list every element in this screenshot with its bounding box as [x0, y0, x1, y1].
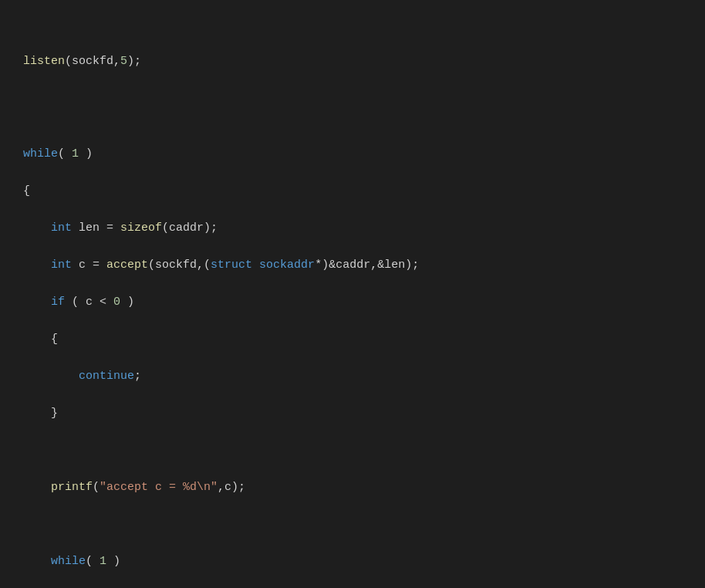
line-if-c: if ( c < 0 ) [23, 293, 682, 312]
line-printf1: printf("accept c = %d\n",c); [23, 478, 682, 497]
line-blank-2 [23, 441, 682, 460]
line-listen: listen(sockfd,5); [23, 52, 682, 71]
func-listen: listen [23, 55, 65, 68]
kw-while2: while [51, 555, 86, 568]
line-brace3: } [23, 404, 682, 423]
kw-if1: if [51, 296, 65, 309]
kw-while1: while [23, 147, 58, 161]
func-accept: accept [106, 259, 148, 272]
kw-int1: int [51, 221, 72, 235]
kw-int2: int [51, 259, 72, 272]
code-block: listen(sockfd,5); while( 1 ) { int len =… [23, 15, 682, 588]
line-continue: continue; [23, 367, 682, 386]
type-sockaddr: sockaddr [259, 259, 315, 272]
line-brace1: { [23, 182, 682, 201]
line-blank-3 [23, 515, 682, 534]
func-printf1: printf [51, 481, 93, 494]
str-accept: "accept c = %d\n" [100, 481, 218, 494]
line-brace2: { [23, 330, 682, 349]
line-int-len: int len = sizeof(caddr); [23, 219, 682, 238]
line-blank-1 [23, 108, 682, 127]
kw-struct: struct [211, 259, 252, 272]
kw-continue: continue [79, 370, 134, 383]
func-sizeof: sizeof [120, 221, 162, 235]
line-while-inner: while( 1 ) [23, 553, 682, 571]
line-int-c: int c = accept(sockfd,(struct sockaddr*)… [23, 256, 682, 275]
line-while-outer: while( 1 ) [23, 145, 682, 164]
